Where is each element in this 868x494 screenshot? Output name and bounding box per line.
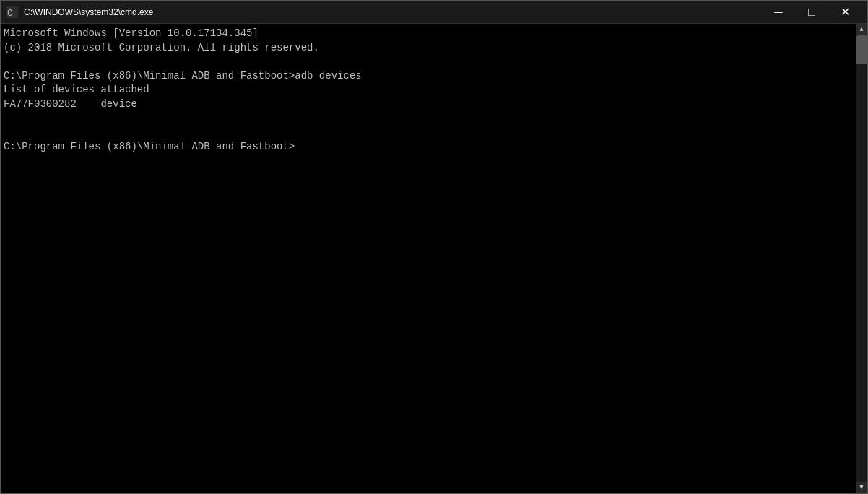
window-controls: ─ □ ✕: [762, 1, 862, 24]
vertical-scrollbar[interactable]: ▲ ▼: [856, 24, 867, 493]
terminal-line: C:\Program Files (x86)\Minimal ADB and F…: [4, 140, 853, 155]
minimize-button[interactable]: ─: [762, 1, 795, 24]
scroll-down-arrow[interactable]: ▼: [856, 482, 867, 493]
content-area: Microsoft Windows [Version 10.0.17134.34…: [1, 24, 867, 493]
terminal-line: [4, 55, 853, 69]
terminal-line: C:\Program Files (x86)\Minimal ADB and F…: [4, 69, 853, 84]
cmd-window: C C:\WINDOWS\system32\cmd.exe ─ □ ✕ Micr…: [0, 0, 868, 494]
close-button[interactable]: ✕: [828, 1, 862, 24]
scroll-track[interactable]: [856, 35, 867, 482]
scroll-up-arrow[interactable]: ▲: [856, 24, 867, 35]
terminal-line: [4, 126, 853, 140]
terminal-line: (c) 2018 Microsoft Corporation. All righ…: [4, 41, 853, 56]
cmd-icon: C: [6, 6, 18, 18]
terminal-line: Microsoft Windows [Version 10.0.17134.34…: [4, 27, 853, 41]
terminal-line: List of devices attached: [4, 83, 853, 98]
terminal-line: FA77F0300282 device: [4, 98, 853, 112]
terminal-line: [4, 112, 853, 126]
scroll-thumb[interactable]: [856, 35, 867, 64]
svg-text:C: C: [7, 9, 12, 18]
terminal-output[interactable]: Microsoft Windows [Version 10.0.17134.34…: [1, 24, 856, 493]
maximize-button[interactable]: □: [795, 1, 828, 24]
title-bar: C C:\WINDOWS\system32\cmd.exe ─ □ ✕: [1, 1, 867, 24]
window-title: C:\WINDOWS\system32\cmd.exe: [24, 7, 762, 17]
